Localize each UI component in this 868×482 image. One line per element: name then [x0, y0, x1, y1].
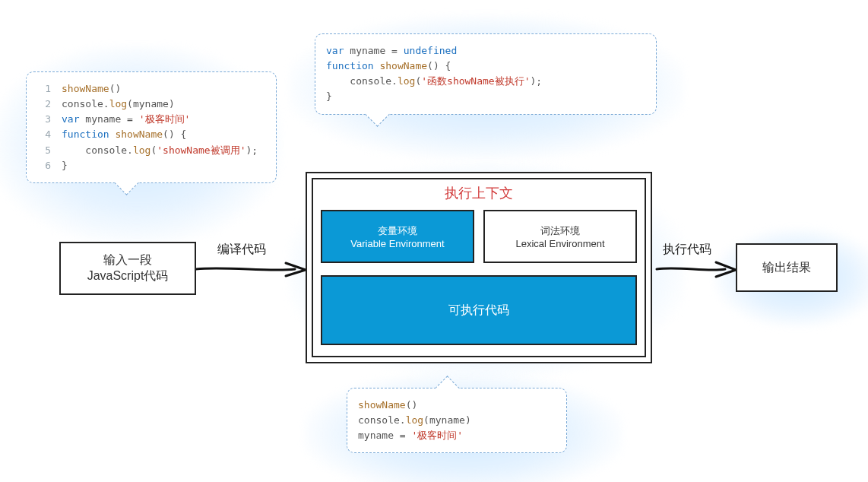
lexical-environment-en: Lexical Environment	[485, 238, 635, 249]
variable-environment-box: 变量环境 Variable Environment	[321, 210, 474, 263]
code-balloon-source: 1showName()2console.log(myname)3var myna…	[26, 71, 277, 183]
execution-context-title: 执行上下文	[321, 184, 637, 202]
variable-environment-cn: 变量环境	[322, 224, 473, 238]
input-box: 输入一段 JavaScript代码	[59, 242, 196, 295]
input-line2: JavaScript代码	[87, 268, 169, 284]
lexical-environment-cn: 词法环境	[485, 224, 635, 238]
output-box: 输出结果	[736, 243, 838, 292]
output-label: 输出结果	[762, 260, 811, 276]
arrow-compile	[195, 258, 309, 281]
arrow-run	[655, 258, 739, 281]
executable-code-label: 可执行代码	[322, 303, 635, 319]
lexical-environment-box: 词法环境 Lexical Environment	[483, 210, 637, 263]
input-line1: 输入一段	[103, 252, 152, 268]
arrow-run-label: 执行代码	[663, 242, 711, 258]
arrow-compile-label: 编译代码	[217, 242, 266, 258]
variable-environment-en: Variable Environment	[322, 238, 473, 249]
execution-context-box: 执行上下文 变量环境 Variable Environment 词法环境 Lex…	[306, 172, 652, 363]
code-balloon-compiled-vars: var myname = undefinedfunction showName(…	[315, 33, 657, 115]
executable-code-box: 可执行代码	[321, 275, 637, 345]
code-balloon-executable: showName()console.log(myname)myname = '极…	[347, 388, 567, 453]
